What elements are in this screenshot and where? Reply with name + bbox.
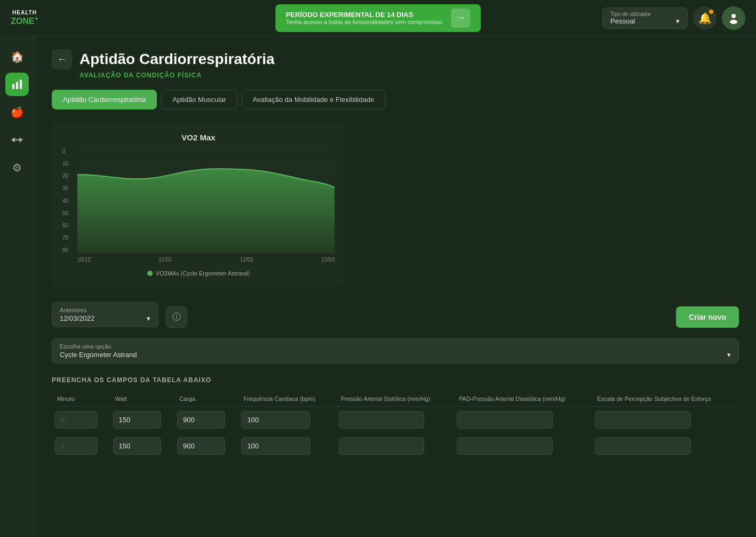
- data-table: Minuto Watt Carga Frequência Cardíaca (b…: [52, 391, 739, 459]
- input-freq-1[interactable]: [241, 437, 311, 455]
- svg-rect-5: [12, 139, 13, 141]
- page-header: ← Aptidão Cardiorrespiratória: [52, 49, 739, 69]
- input-watt-1[interactable]: [113, 437, 161, 455]
- cell-pad-0: [453, 407, 592, 433]
- cell-carga-0: [174, 407, 238, 433]
- chart-x-labels: 10/12 11/01 12/02 12/03: [77, 253, 335, 266]
- input-carga-1[interactable]: [177, 437, 225, 455]
- tabs-container: Aptidão Cardiorrespiratória Aptidão Musc…: [52, 90, 739, 109]
- col-pad: PAD-Pressão Arterial Diastólica (mm/Hg): [453, 391, 592, 407]
- app-layout: 🏠 🍎 ⚙ ← Aptidão Cardiorrespiratória: [0, 36, 756, 537]
- legend-dot: [147, 271, 153, 276]
- table-row: [52, 433, 739, 459]
- sidebar-item-fitness[interactable]: [5, 128, 29, 152]
- cell-watt-0: [110, 407, 174, 433]
- avatar-button[interactable]: [722, 6, 745, 30]
- cell-carga-1: [174, 433, 238, 459]
- trial-banner: PERÍODO EXPERIMENTAL DE 14 DIAS Tenha ac…: [275, 4, 481, 32]
- date-dropdown-label: Anteriores: [60, 307, 150, 313]
- svg-rect-6: [21, 139, 22, 141]
- input-pad-0[interactable]: [457, 411, 553, 429]
- col-escala: Escala de Percepção Subjectiva de Esforç…: [592, 391, 739, 407]
- page-title: Aptidão Cardiorrespiratória: [79, 51, 275, 68]
- chart-container: 80 70 60 50 40 30 20 10 0: [62, 148, 335, 266]
- page-subtitle: AVALIAÇÃO DA CONDIÇÃO FÍSICA: [79, 72, 739, 79]
- chart-title: VO2 Max: [62, 133, 335, 142]
- sidebar-item-nutrition[interactable]: 🍎: [5, 100, 29, 124]
- logo-health-text: HEALTH: [12, 10, 37, 15]
- input-minuto-1[interactable]: [55, 437, 98, 455]
- notification-badge: [709, 10, 713, 14]
- chart-card: VO2 Max 80 70 60 50 40 30 20 10 0: [52, 122, 345, 287]
- main-content: ← Aptidão Cardiorrespiratória AVALIAÇÃO …: [35, 36, 756, 537]
- legend-label: VO2MAx (Cycle Ergometer Astrand): [156, 270, 250, 277]
- chevron-down-icon: ▾: [676, 17, 680, 25]
- cell-escala-1: [592, 433, 739, 459]
- chart-y-labels: 80 70 60 50 40 30 20 10 0: [62, 148, 77, 253]
- back-button[interactable]: ←: [52, 49, 72, 69]
- tab-cardiorespiratory[interactable]: Aptidão Cardiorrespiratória: [52, 90, 157, 109]
- sidebar: 🏠 🍎 ⚙: [0, 36, 35, 537]
- chevron-down-icon: ▾: [147, 314, 150, 322]
- notification-button[interactable]: 🔔: [693, 6, 717, 30]
- trial-arrow-button[interactable]: →: [451, 9, 470, 28]
- sidebar-item-settings[interactable]: ⚙: [5, 156, 29, 179]
- col-pas: Pressão Arterial Sistólica (mm/Hg): [336, 391, 453, 407]
- tab-mobility[interactable]: Avaliação da Mobilidade e Flexibilidade: [242, 90, 385, 109]
- sidebar-item-chart[interactable]: [5, 73, 29, 96]
- svg-rect-2: [12, 84, 14, 89]
- input-minuto-0[interactable]: [55, 411, 98, 429]
- table-header-row: Minuto Watt Carga Frequência Cardíaca (b…: [52, 391, 739, 407]
- trial-text: PERÍODO EXPERIMENTAL DE 14 DIAS Tenha ac…: [286, 11, 443, 25]
- cell-minuto-0: [52, 407, 110, 433]
- chevron-down-icon: ▾: [727, 351, 731, 359]
- chart-legend: VO2MAx (Cycle Ergometer Astrand): [62, 270, 335, 277]
- logo-zone-text: ZONE+: [11, 15, 38, 26]
- controls-row: Anteriores 12/03/2022 ▾ ⓘ Criar novo: [52, 302, 739, 328]
- input-watt-0[interactable]: [113, 411, 161, 429]
- logo-box: HEALTH ZONE+: [11, 4, 38, 32]
- trial-title: PERÍODO EXPERIMENTAL DE 14 DIAS: [286, 11, 443, 19]
- col-freq: Frequência Cardíaca (bpm): [238, 391, 335, 407]
- cell-pas-1: [336, 433, 453, 459]
- cell-escala-0: [592, 407, 739, 433]
- svg-point-0: [731, 14, 736, 18]
- input-freq-0[interactable]: [241, 411, 311, 429]
- option-select[interactable]: Escolha uma opção Cycle Ergometer Astran…: [52, 338, 739, 364]
- input-escala-1[interactable]: [595, 437, 691, 455]
- user-type-dropdown[interactable]: Tipo de utilizador Pessoal ▾: [602, 7, 688, 29]
- cell-pad-1: [453, 433, 592, 459]
- option-select-label: Escolha uma opção: [60, 343, 731, 350]
- svg-rect-9: [15, 139, 19, 140]
- cell-pas-0: [336, 407, 453, 433]
- svg-rect-4: [20, 80, 22, 89]
- table-section-title: PREENCHA OS CAMPOS DA TABELA ABAIXO: [52, 376, 739, 384]
- chart-svg-area: [77, 148, 335, 253]
- topnav: HEALTH ZONE+ PERÍODO EXPERIMENTAL DE 14 …: [0, 0, 756, 36]
- col-carga: Carga: [174, 391, 238, 407]
- input-carga-0[interactable]: [177, 411, 225, 429]
- cell-watt-1: [110, 433, 174, 459]
- trial-subtitle: Tenha acesso a todas as funcionalidades …: [286, 19, 443, 25]
- input-pas-0[interactable]: [339, 411, 424, 429]
- cell-freq-0: [238, 407, 335, 433]
- date-dropdown-value: 12/03/2022 ▾: [60, 314, 150, 322]
- cell-freq-1: [238, 433, 335, 459]
- input-escala-0[interactable]: [595, 411, 691, 429]
- input-pas-1[interactable]: [339, 437, 424, 455]
- create-new-button[interactable]: Criar novo: [676, 306, 739, 328]
- svg-rect-7: [13, 138, 15, 142]
- user-type-value: Pessoal ▾: [610, 17, 680, 25]
- svg-point-1: [730, 20, 737, 24]
- tab-muscular[interactable]: Aptidão Muscular: [161, 90, 237, 109]
- info-button[interactable]: ⓘ: [166, 306, 187, 328]
- logo: HEALTH ZONE+: [11, 4, 38, 32]
- cell-minuto-1: [52, 433, 110, 459]
- svg-rect-8: [19, 138, 21, 142]
- table-section: PREENCHA OS CAMPOS DA TABELA ABAIXO Minu…: [52, 376, 739, 459]
- date-dropdown[interactable]: Anteriores 12/03/2022 ▾: [52, 302, 158, 327]
- sidebar-item-home[interactable]: 🏠: [5, 45, 29, 68]
- svg-rect-3: [16, 82, 18, 89]
- input-pad-1[interactable]: [457, 437, 553, 455]
- col-minuto: Minuto: [52, 391, 110, 407]
